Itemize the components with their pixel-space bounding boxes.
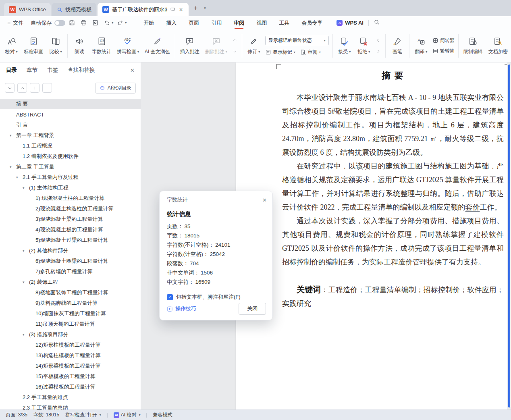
toc-item[interactable]: 14)矩形梁模板的工程量计算 xyxy=(0,361,141,371)
search-button[interactable] xyxy=(374,19,380,27)
encrypt-document-button[interactable]: 文档加密 xyxy=(486,32,511,60)
show-markup-button[interactable]: 显示标记 ▾ xyxy=(265,49,295,56)
expand-arrow-icon[interactable]: ▾ xyxy=(23,186,29,190)
previous-comment-button[interactable] xyxy=(231,36,239,44)
vertical-scrollbar[interactable] xyxy=(507,62,511,410)
tab-find-replace[interactable]: 查找和替换 xyxy=(68,67,95,74)
expand-all-button[interactable] xyxy=(17,83,27,93)
toc-item[interactable]: ▾(3) 措施项目部分 xyxy=(0,329,141,340)
tab-list-dropdown-icon[interactable]: ▾ xyxy=(204,6,206,10)
expand-arrow-icon[interactable]: ▾ xyxy=(23,249,29,253)
review-pane-button[interactable]: 审阅 ▾ xyxy=(300,49,321,56)
expand-arrow-icon[interactable]: ▾ xyxy=(10,133,16,137)
redo-dropdown-icon[interactable]: ▾ xyxy=(125,21,127,25)
markup-state-combobox[interactable]: 显示标记的最终状态 ▾ xyxy=(265,36,329,45)
toc-item[interactable]: 5)现浇混凝土过梁的工程量计算 xyxy=(0,235,141,245)
close-pane-icon[interactable]: ✕ xyxy=(130,67,135,73)
print-button[interactable] xyxy=(79,18,89,28)
document-page[interactable]: 摘 要 本毕业设计聚焦于丽水南城七百秧 A - 10 - 9 地块五联实业有限公… xyxy=(236,62,511,410)
spell-check-button[interactable]: ABC 拼写检查▾ xyxy=(114,32,142,60)
undo-button[interactable] xyxy=(102,18,112,28)
menu-tab-reference[interactable]: 引用 xyxy=(205,16,228,29)
expand-arrow-icon[interactable]: ▾ xyxy=(16,175,23,179)
undo-dropdown-icon[interactable]: ▾ xyxy=(112,21,113,25)
toc-item[interactable]: 15)平板模板的工程量计算 xyxy=(0,371,141,382)
toc-item[interactable]: 8)楼地面装饰工程的工程量计算 xyxy=(0,287,141,298)
toc-item[interactable]: 2)现浇混凝土构造柱的工程量计算 xyxy=(0,204,141,214)
toc-item[interactable]: 1.1 工程概况 xyxy=(0,141,141,151)
toc-item[interactable]: ▾第二章 手工算量 xyxy=(0,162,141,172)
toc-item[interactable]: 1) 现浇混凝土柱的工程量计算 xyxy=(0,193,141,204)
expand-arrow-icon[interactable]: ▾ xyxy=(10,165,16,169)
next-revision-button[interactable] xyxy=(374,48,382,55)
toc-item[interactable]: ▾(2) 装饰工程 xyxy=(0,277,141,287)
menu-tab-page[interactable]: 页面 xyxy=(183,16,205,29)
toc-item[interactable]: 16)过梁模板的工程量计算 xyxy=(0,382,141,392)
save-button[interactable] xyxy=(67,18,77,28)
ink-pen-button[interactable]: 画笔 xyxy=(388,32,407,60)
collapse-all-button[interactable] xyxy=(5,83,15,93)
toc-item[interactable]: 11)吊顶天棚的工程量计算 xyxy=(0,319,141,329)
tab-document[interactable]: W 基于广联达软件的丽水南城五 ✕ xyxy=(98,3,189,16)
standard-review-button[interactable]: 标准审查 xyxy=(21,32,46,60)
toc-item[interactable]: 4)现浇混凝土板的工程量计算 xyxy=(0,225,141,235)
file-menu-button[interactable]: ≡ 文件 xyxy=(4,19,27,27)
zoom-in-button[interactable] xyxy=(30,83,39,93)
toc-item[interactable]: 6)现浇混凝土圈梁的工程量计算 xyxy=(0,256,141,266)
toc-item[interactable]: ▾第一章 工程背景 xyxy=(0,130,141,141)
autosave-control[interactable]: 自动保存 xyxy=(31,19,65,27)
toc-item[interactable]: 2.2 手工算量的难点 xyxy=(0,392,141,403)
compatibility-mode-indicator[interactable]: 兼容模式 xyxy=(153,412,172,418)
wps-ai-button[interactable]: A WPS AI xyxy=(337,20,364,26)
word-count-indicator[interactable]: 字数: 18015 xyxy=(33,412,59,418)
compare-button[interactable]: 比较▾ xyxy=(46,32,65,60)
previous-revision-button[interactable] xyxy=(374,36,382,44)
reject-revision-button[interactable]: 拒绝▾ xyxy=(354,32,374,60)
menu-tab-member[interactable]: 会员专享 xyxy=(295,16,328,29)
toc-item[interactable]: 7)多孔砖墙的工程量计算 xyxy=(0,266,141,277)
toc-item[interactable]: 3)现浇混凝土梁的工程量计算 xyxy=(0,214,141,225)
expand-arrow-icon[interactable]: ▾ xyxy=(23,280,29,284)
tab-wps-office[interactable]: W WPS Office xyxy=(4,3,51,16)
insert-comment-button[interactable]: 插入批注 xyxy=(177,32,202,60)
tab-contents[interactable]: 目录 xyxy=(6,67,17,74)
new-tab-button[interactable]: + xyxy=(194,4,197,12)
menu-tab-start[interactable]: 开始 xyxy=(137,16,160,29)
proofread-button[interactable]: 校对▾ xyxy=(2,32,21,60)
redo-button[interactable] xyxy=(115,18,125,28)
dialog-close-icon[interactable]: ✕ xyxy=(262,197,267,203)
translate-button[interactable]: A 翻译▾ xyxy=(411,32,431,60)
menu-tab-tools[interactable]: 工具 xyxy=(273,16,295,29)
zoom-out-button[interactable] xyxy=(42,83,52,93)
toc-item[interactable]: ▾(2) 其他构件部分 xyxy=(0,245,141,256)
next-comment-button[interactable] xyxy=(231,48,239,55)
expand-arrow-icon[interactable]: ▾ xyxy=(23,333,29,337)
menu-tab-review[interactable]: 审阅 xyxy=(228,16,250,29)
tab-sections[interactable]: 章节 xyxy=(27,67,37,74)
checkbox-checked-icon[interactable]: ✓ xyxy=(167,294,173,300)
read-aloud-button[interactable]: 朗读 xyxy=(70,32,89,60)
traditional-to-simplified-button[interactable]: 繁转简 xyxy=(432,48,455,54)
ai-polish-button[interactable]: AI 全文润色 xyxy=(142,32,173,60)
toc-item[interactable]: 9)块料踢脚线的工程量计算 xyxy=(0,298,141,308)
scrollbar-thumb[interactable] xyxy=(508,64,510,408)
toc-item[interactable]: 12)矩形柱模板的工程量计算 xyxy=(0,340,141,350)
menu-tab-insert[interactable]: 插入 xyxy=(160,16,183,29)
tab-template-search[interactable]: 找稻壳模板 xyxy=(52,3,96,16)
close-tab-icon[interactable]: ✕ xyxy=(178,7,184,12)
toc-item[interactable]: ABSTRACT xyxy=(0,109,141,120)
toc-item[interactable]: 13)构造柱模板的工程量计算 xyxy=(0,350,141,361)
ai-recognize-toc-button[interactable]: AI识别目录 xyxy=(95,83,136,94)
restrict-editing-button[interactable]: 限制编辑 xyxy=(461,32,486,60)
toc-item[interactable]: 摘 要 xyxy=(0,99,141,109)
menu-tab-view[interactable]: 视图 xyxy=(250,16,273,29)
simplified-to-traditional-button[interactable]: 简转繁 xyxy=(432,37,455,44)
ai-proofread-status[interactable]: AI AI 校对▾ xyxy=(114,412,141,418)
toc-item[interactable]: ▾2.1 手工算量内容及过程 xyxy=(0,172,141,183)
toc-item[interactable]: 1.2 编制依据及使用软件 xyxy=(0,151,141,162)
word-count-button[interactable]: 123 字数统计 xyxy=(89,32,114,60)
page-indicator[interactable]: 页面: 3/35 xyxy=(6,412,27,418)
spell-check-status[interactable]: 拼写检查: 打开▾ xyxy=(65,412,101,418)
tab-bookmarks[interactable]: 书签 xyxy=(47,67,58,74)
toc-item[interactable]: 10)墙面抹灰工程的工程量计算 xyxy=(0,308,141,319)
